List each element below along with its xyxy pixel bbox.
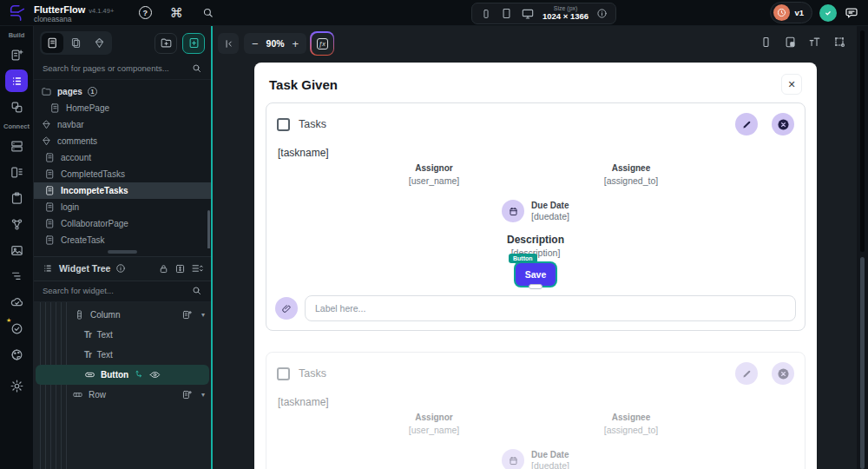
- history-avatar-icon: [773, 4, 790, 21]
- data-types-icon[interactable]: [5, 161, 28, 183]
- automations-icon[interactable]: [5, 265, 28, 287]
- action-flow-icon[interactable]: [134, 369, 144, 380]
- task-checkbox[interactable]: [277, 367, 290, 380]
- calendar-icon[interactable]: [502, 449, 524, 469]
- version-badge[interactable]: v1: [770, 2, 812, 23]
- settings-gear-icon[interactable]: [5, 374, 28, 397]
- chevron-down-icon[interactable]: ▾: [201, 391, 205, 399]
- page-item-label: account: [61, 153, 91, 162]
- database-icon[interactable]: [5, 135, 28, 157]
- edit-pencil-icon[interactable]: [735, 362, 758, 385]
- help-icon[interactable]: ?: [135, 3, 155, 23]
- save-button[interactable]: Button Save: [516, 263, 556, 286]
- add-child-icon[interactable]: [181, 309, 193, 320]
- device-preview-icon[interactable]: [760, 36, 773, 49]
- delete-circle-x-icon[interactable]: [772, 362, 794, 385]
- delete-circle-x-icon[interactable]: [772, 113, 794, 135]
- widget-search-input[interactable]: [43, 286, 186, 295]
- preview-page: Task Given ✕ Tasks [taskname] Assignor […: [254, 63, 817, 469]
- page-item[interactable]: HomePage: [34, 100, 211, 116]
- task-card: Tasks [taskname] Assignor [user_name] As…: [266, 102, 806, 331]
- assignor-label: Assignor: [373, 412, 495, 424]
- media-assets-icon[interactable]: [5, 239, 28, 261]
- components-icon[interactable]: [5, 96, 28, 118]
- tree-node-text[interactable]: Tr Text: [34, 325, 211, 345]
- lock-icon[interactable]: [158, 263, 169, 274]
- phone-device-icon[interactable]: [480, 8, 492, 20]
- top-bar: FlutterFlowv4.1.49+ cloneasana ? ⌘ Size …: [0, 0, 868, 26]
- panel-resize-handle[interactable]: [34, 248, 211, 256]
- assignee-block: Assignee [assigned_to]: [562, 162, 700, 187]
- panel-mode-switcher: [40, 31, 112, 55]
- save-button-label: Save: [525, 269, 547, 280]
- paperclip-icon[interactable]: [275, 297, 298, 320]
- page-item[interactable]: CollaboratorPage: [34, 215, 211, 232]
- tree-node-column[interactable]: Column ▾: [34, 305, 211, 325]
- widgets-tab-icon[interactable]: [89, 33, 110, 53]
- close-icon[interactable]: ✕: [781, 74, 802, 95]
- page-item[interactable]: login: [34, 199, 211, 215]
- page-item-label: CollaboratorPage: [61, 219, 128, 228]
- page-item-selected[interactable]: IncompeteTasks: [34, 182, 211, 199]
- zoom-out-button[interactable]: −: [252, 37, 259, 50]
- tree-node-label: Text: [96, 350, 112, 360]
- label-input[interactable]: [305, 295, 796, 321]
- task-list-label: Tasks: [299, 118, 326, 130]
- integrations-icon[interactable]: [5, 213, 28, 235]
- page-item[interactable]: CreateTask: [34, 232, 211, 248]
- calendar-icon[interactable]: [502, 200, 524, 222]
- widget-search-icon[interactable]: [191, 285, 202, 296]
- pages-tab-icon[interactable]: [42, 33, 63, 53]
- assignor-label: Assignor: [373, 162, 495, 175]
- tree-node-text[interactable]: Tr Text: [34, 345, 211, 365]
- task-name-text: [taskname]: [278, 147, 805, 159]
- collapse-panel-button[interactable]: [218, 33, 239, 54]
- chat-icon[interactable]: [844, 5, 859, 21]
- page-item[interactable]: CompletedTasks: [34, 166, 211, 182]
- pages-search-icon[interactable]: [191, 63, 202, 74]
- task-checkbox[interactable]: [277, 118, 290, 131]
- visibility-eye-icon[interactable]: [149, 369, 161, 380]
- scrollbar-thumb[interactable]: [860, 257, 865, 469]
- text-scale-icon[interactable]: [808, 36, 821, 49]
- desktop-device-icon[interactable]: [521, 7, 535, 21]
- app-checks-icon[interactable]: ★: [5, 317, 28, 340]
- assignee-label: Assignee: [562, 162, 700, 175]
- fit-view-icon[interactable]: [174, 263, 186, 274]
- add-page-button[interactable]: [182, 33, 205, 54]
- zoom-in-button[interactable]: +: [293, 37, 299, 50]
- storage-icon[interactable]: [5, 187, 28, 209]
- tree-node-button-selected[interactable]: Button: [36, 365, 209, 385]
- pages-folder-row[interactable]: pages 1: [34, 83, 211, 100]
- page-item[interactable]: account: [34, 149, 211, 166]
- component-item[interactable]: comments: [34, 133, 211, 149]
- component-item[interactable]: navbar: [34, 116, 211, 133]
- selection-drag-handle[interactable]: [529, 284, 542, 289]
- widget-tree-info-icon[interactable]: [115, 263, 126, 274]
- cloud-functions-icon[interactable]: [5, 291, 28, 314]
- sync-check-icon[interactable]: [819, 4, 837, 22]
- search-icon[interactable]: [198, 3, 217, 23]
- page-settings-icon[interactable]: [784, 36, 797, 49]
- add-page-icon[interactable]: [5, 43, 28, 66]
- page-icon: [44, 168, 56, 180]
- branding-icon[interactable]: [5, 343, 28, 366]
- pages-scrollbar[interactable]: [207, 210, 210, 248]
- zoom-level[interactable]: 90%: [266, 38, 285, 49]
- add-child-icon[interactable]: [181, 389, 193, 400]
- flutterflow-logo[interactable]: [8, 3, 27, 23]
- components-tab-icon[interactable]: [65, 33, 87, 53]
- page-selector-icon[interactable]: [5, 69, 28, 92]
- info-icon[interactable]: [596, 8, 608, 19]
- pages-search-input[interactable]: [43, 63, 186, 73]
- transform-settings-icon[interactable]: [832, 35, 846, 49]
- tree-node-row[interactable]: Row ▾: [34, 385, 211, 405]
- edit-pencil-icon[interactable]: [735, 113, 758, 135]
- variables-fx-button[interactable]: ƒx: [310, 31, 334, 56]
- tablet-device-icon[interactable]: [500, 7, 513, 20]
- add-folder-button[interactable]: [155, 33, 177, 54]
- due-date-label: Due Date: [531, 200, 569, 211]
- collapse-all-icon[interactable]: [191, 262, 203, 274]
- command-menu-icon[interactable]: ⌘: [167, 3, 186, 23]
- chevron-down-icon[interactable]: ▾: [201, 311, 205, 319]
